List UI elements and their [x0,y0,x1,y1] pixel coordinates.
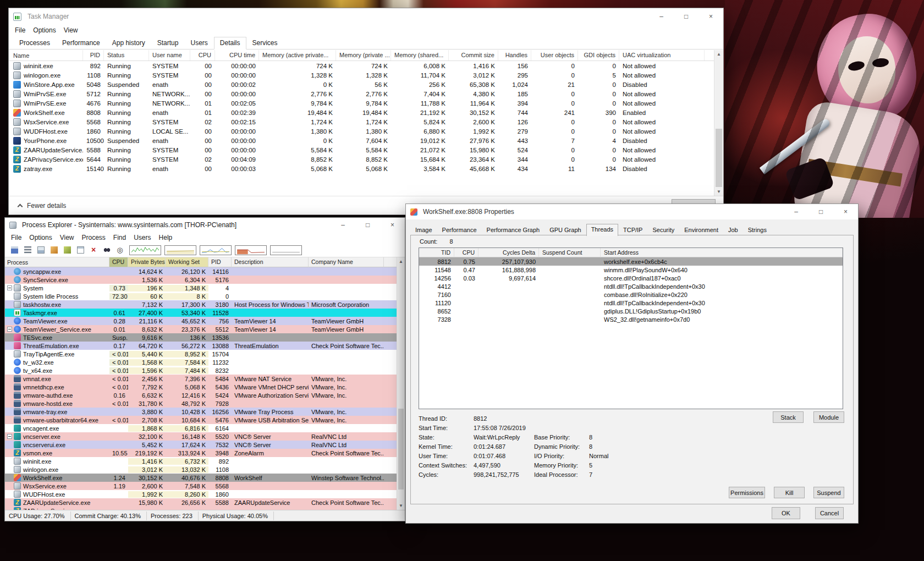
table-row[interactable]: TeamViewer.exe 0.28 21,116 K 45,652 K 75… [5,317,405,325]
table-row[interactable]: wininit.exe 1,416 K 6,732 K 892 [5,457,405,465]
table-row[interactable]: WUDFHost.exe 1,992 K 8,260 K 1860 [5,490,405,498]
tab[interactable]: Environment [679,224,723,235]
column-header-cpu[interactable]: CPU [109,257,128,267]
table-row[interactable]: ZAARUpdateService... 5588 Running SYSTEM… [9,145,723,155]
find-window-icon[interactable]: ◎ [114,245,126,256]
cancel-button[interactable]: Cancel [815,507,844,519]
cpu-history-graph[interactable] [129,245,161,255]
column-header-name[interactable]: Name [9,50,83,61]
column-header-description[interactable]: Description [232,257,309,267]
commit-history-graph[interactable] [164,245,196,255]
minimize-button[interactable]: – [649,8,674,25]
thread-row[interactable]: 7160 combase.dll!RoInitialize+0x220 [419,290,843,299]
tab[interactable]: Threads [586,224,618,236]
titlebar[interactable]: WorkShelf.exe:8808 Properties – □ × [406,204,858,219]
table-row[interactable]: vmware-authd.exe 0.16 6,632 K 12,416 K 5… [5,391,405,399]
fewer-details-link[interactable]: Fewer details [27,202,66,210]
table-row[interactable]: WinStore.App.exe 5048 Suspended enath 00… [9,80,723,89]
column-header-gdi-objects[interactable]: GDI objects [578,50,619,61]
table-row[interactable]: WorkShelf.exe 1.24 30,152 K 40,676 K 880… [5,474,405,482]
tab[interactable]: Performance [437,224,482,235]
vertical-scrollbar[interactable]: ▲ ▼ [714,50,723,196]
suspend-button[interactable]: Suspend [813,487,844,498]
table-row[interactable]: vmnat.exe < 0.01 2,456 K 7,396 K 5484 VM… [5,375,405,383]
io-history-graph[interactable] [200,245,232,255]
maximize-button[interactable]: □ [674,8,698,25]
tab[interactable]: Users [184,37,213,50]
permissions-button[interactable]: Permissions [729,487,765,498]
tab[interactable]: Strings [743,224,772,235]
show-process-tree-icon[interactable] [21,245,34,256]
column-header-tid[interactable]: TID [419,248,454,257]
column-header-working-set[interactable]: Working Set [166,257,208,267]
stack-button[interactable]: Stack [773,411,804,423]
table-row[interactable]: vncserver.exe 32,100 K 16,148 K 5520 VNC… [5,432,405,441]
table-row[interactable]: vsmon.exe 10.55 219,192 K 313,924 K 3948… [5,449,405,457]
menu-item[interactable]: Options [25,233,56,243]
scroll-down-arrow[interactable]: ▼ [714,188,723,196]
table-row[interactable]: vmware-usbarbitrator64.exe < 0.01 2,708 … [5,416,405,424]
table-row[interactable]: TESvc.exe Susp... 9,616 K 136 K 13536 [5,333,405,342]
column-header-pid[interactable]: PID [208,257,232,267]
column-header-handles[interactable]: Handles [498,50,531,61]
tab[interactable]: TCP/IP [618,224,647,235]
table-row[interactable]: vncserverui.exe 5,452 K 17,624 K 7532 VN… [5,441,405,449]
table-row[interactable]: WorkShelf.exe 8808 Running enath 01 00:0… [9,108,723,117]
column-header-commit-size[interactable]: Commit size [449,50,498,61]
table-row[interactable]: YourPhone.exe 10500 Suspended enath 00 0… [9,136,723,145]
table-row[interactable]: TeamViewer_Service.exe 0.01 8,632 K 23,3… [5,325,405,333]
table-row[interactable]: WsxService.exe 1.19 2,600 K 7,548 K 5568 [5,482,405,490]
tree-toggle[interactable] [7,285,12,290]
table-row[interactable]: winlogon.exe 3,012 K 13,032 K 1108 [5,465,405,474]
table-row[interactable]: WsxService.exe 5568 Running SYSTEM 02 00… [9,117,723,127]
table-row[interactable]: WmiPrvSE.exe 4676 Running NETWORK... 01 … [9,98,723,108]
thread-row[interactable]: 4412 ntdll.dll!TpCallbackIndependent+0x3… [419,282,843,290]
thread-row[interactable]: 11120 ntdll.dll!TpCallbackIndependent+0x… [419,299,843,307]
table-row[interactable]: System 0.73 196 K 1,348 K 4 [5,284,405,292]
tab[interactable]: Image [410,224,437,235]
table-row[interactable]: Taskmgr.exe 0.61 27,400 K 53,340 K 11528 [5,309,405,317]
show-lower-pane-icon[interactable] [35,245,47,256]
module-button[interactable]: Module [813,411,844,423]
menu-item[interactable]: View [56,233,78,243]
thread-row[interactable]: 7328 WS2_32.dll!getnameinfo+0x7d0 [419,315,843,323]
table-row[interactable]: WUDFHost.exe 1860 Running LOCAL SE... 00… [9,127,723,136]
column-header-process[interactable]: Process [5,257,109,267]
tab[interactable]: App history [106,37,151,50]
tab[interactable]: Processes [13,37,56,50]
menu-item[interactable]: File [11,25,29,35]
column-header-cpu-time[interactable]: CPU time [215,50,259,61]
tab[interactable]: Startup [151,37,185,50]
table-row[interactable]: wininit.exe 892 Running SYSTEM 00 00:00:… [9,61,723,70]
table-row[interactable]: TrayTipAgentE.exe < 0.01 5,440 K 8,952 K… [5,350,405,358]
table-row[interactable]: System Idle Process 72.30 60 K 8 K 0 [5,292,405,300]
scroll-up-arrow[interactable]: ▲ [714,50,723,58]
minimize-button[interactable]: – [331,218,355,232]
column-header-cycles-delta[interactable]: Cycles Delta [479,248,539,257]
tab[interactable]: Performance [56,37,106,50]
close-button[interactable]: × [698,8,723,25]
table-row[interactable]: tv_w32.exe < 0.01 1,568 K 7,584 K 11232 [5,358,405,366]
scroll-up-arrow[interactable]: ▲ [397,257,405,266]
column-header-pid[interactable]: PID [83,50,104,61]
table-row[interactable]: vncagent.exe 1,868 K 6,816 K 6164 [5,424,405,432]
column-header-memory-private[interactable]: Memory (private ... [336,50,391,61]
column-header-uac-virtualization[interactable]: UAC virtualization [619,50,705,61]
properties-icon[interactable] [74,245,86,256]
menu-item[interactable]: Help [155,233,177,243]
column-header-user-objects[interactable]: User objects [531,50,578,61]
table-row[interactable]: tv_x64.exe < 0.01 1,596 K 7,484 K 8232 [5,366,405,375]
maximize-button[interactable]: □ [355,218,380,232]
thread-row[interactable]: 8812 0.75 257,107,930 workshelf.exe+0x6c… [419,257,843,266]
menu-item[interactable]: Process [78,233,109,243]
close-button[interactable]: × [380,218,405,232]
maximize-button[interactable]: □ [809,204,833,219]
scroll-down-arrow[interactable]: ▼ [397,502,405,510]
table-row[interactable]: ThreatEmulation.exe 0.17 64,720 K 56,272… [5,342,405,350]
table-row[interactable]: SyncService.exe 1,536 K 6,304 K 5176 [5,276,405,284]
table-row[interactable]: vmware-hostd.exe < 0.01 31,780 K 48,792 … [5,399,405,408]
column-header-company-name[interactable]: Company Name [309,257,384,267]
thread-row[interactable]: 11548 0.47 161,888,998 winmm.dll!PlaySou… [419,266,843,274]
scroll-thumb[interactable] [716,129,722,187]
table-row[interactable]: WmiPrvSE.exe 5712 Running NETWORK... 00 … [9,89,723,98]
